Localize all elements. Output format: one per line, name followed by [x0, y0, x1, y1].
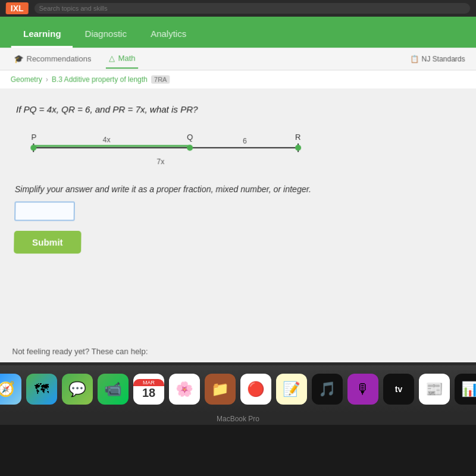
- dock-appletv[interactable]: tv: [383, 374, 414, 405]
- svg-point-6: [295, 145, 301, 151]
- dock-messages[interactable]: 💬: [62, 374, 93, 405]
- nav-bar: Learning Diagnostic Analytics: [0, 17, 476, 48]
- svg-text:R: R: [295, 133, 301, 142]
- breadcrumb-geometry[interactable]: Geometry: [11, 76, 42, 84]
- main-content: If PQ = 4x, QR = 6, and PR = 7x, what is…: [0, 89, 476, 334]
- nav-tab-analytics[interactable]: Analytics: [139, 23, 199, 48]
- macbook-label: MacBook Pro: [0, 413, 476, 425]
- mac-dock: 🚀 🧭 🗺 💬 📹 MAR 18 🌸 📁 🔴 📝 🎵 🎙 tv 📰 📊 📊: [0, 365, 476, 413]
- svg-text:4x: 4x: [103, 136, 111, 144]
- standards-label: NJ Standards: [422, 55, 465, 63]
- sub-nav: 🎓 Recommendations △ Math 📋 NJ Standards: [0, 48, 476, 70]
- not-ready-text: Not feeling ready yet? These can help:: [12, 347, 148, 356]
- svg-text:P: P: [31, 133, 36, 142]
- breadcrumb-topic[interactable]: B.3 Additive property of length: [52, 76, 148, 84]
- svg-point-4: [30, 145, 36, 151]
- svg-text:7x: 7x: [156, 158, 164, 166]
- dock-finder[interactable]: 📁: [205, 374, 236, 405]
- nav-tab-diagnostic[interactable]: Diagnostic: [73, 23, 139, 48]
- sub-nav-recommendations[interactable]: 🎓 Recommendations: [11, 49, 94, 68]
- svg-text:6: 6: [243, 137, 247, 145]
- dock-news[interactable]: 📰: [419, 374, 450, 405]
- geometry-diagram: P Q R 4x 6 7x: [21, 127, 311, 169]
- sub-nav-math[interactable]: △ Math: [106, 49, 138, 68]
- dock-podcasts[interactable]: 🎙: [347, 374, 378, 405]
- dock-calendar[interactable]: MAR 18: [133, 374, 164, 405]
- dock-music[interactable]: 🎵: [312, 374, 343, 405]
- answer-section: Simplify your answer and write it as a p…: [14, 184, 462, 254]
- breadcrumb-badge: 7RA: [151, 76, 170, 84]
- dock-notes[interactable]: 📝: [276, 374, 307, 405]
- nj-standards[interactable]: 📋 NJ Standards: [410, 55, 465, 63]
- sub-nav-math-label: Math: [118, 54, 135, 62]
- dock-safari[interactable]: 🧭: [0, 374, 21, 405]
- nav-tab-learning[interactable]: Learning: [11, 23, 73, 48]
- answer-input[interactable]: [14, 201, 75, 221]
- math-icon: △: [109, 54, 115, 62]
- not-ready-section: Not feeling ready yet? These can help:: [0, 334, 476, 362]
- answer-instruction: Simplify your answer and write it as a p…: [15, 184, 462, 194]
- dock-facetime[interactable]: 📹: [98, 374, 129, 405]
- breadcrumb: Geometry › B.3 Additive property of leng…: [0, 70, 476, 89]
- question-text: If PQ = 4x, QR = 6, and PR = 7x, what is…: [16, 104, 460, 114]
- standards-icon: 📋: [410, 55, 419, 63]
- search-input[interactable]: [34, 3, 470, 14]
- dock-stocks[interactable]: 📊: [455, 374, 476, 405]
- dock-photos[interactable]: 🌸: [169, 374, 200, 405]
- svg-text:Q: Q: [187, 133, 193, 142]
- logo: IXL: [6, 2, 29, 14]
- svg-point-5: [187, 145, 193, 151]
- submit-button[interactable]: Submit: [14, 231, 81, 253]
- breadcrumb-sep1: ›: [46, 76, 48, 84]
- sub-nav-recommendations-label: Recommendations: [26, 54, 91, 63]
- recommendations-icon: 🎓: [14, 54, 23, 63]
- top-bar: IXL: [0, 0, 476, 17]
- dock-reminders[interactable]: 🔴: [240, 374, 271, 405]
- dock-maps[interactable]: 🗺: [26, 374, 57, 405]
